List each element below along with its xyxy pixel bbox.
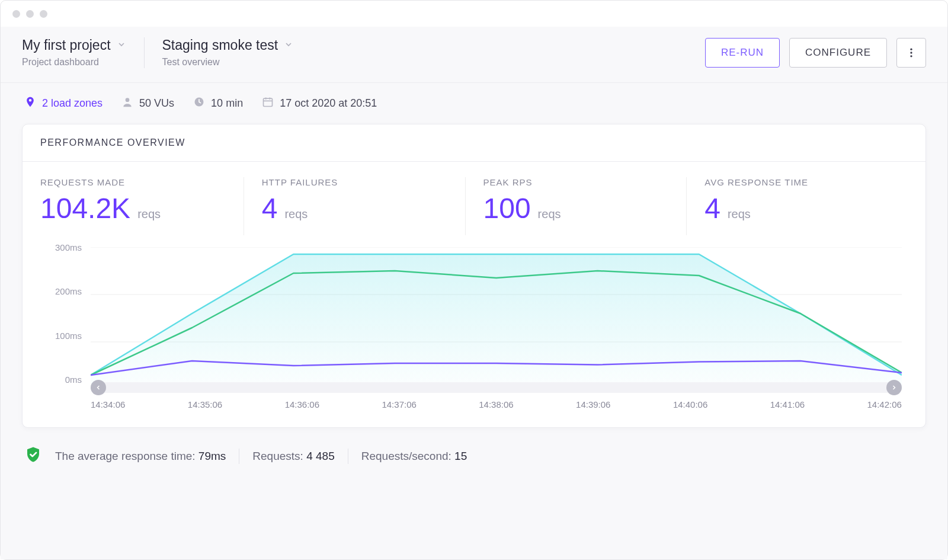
requests-value: 4 485: [306, 450, 335, 462]
x-tick: 14:36:06: [285, 399, 319, 409]
datetime-meta: 17 oct 2020 at 20:51: [262, 96, 377, 111]
metric-requests-made: REQUESTS MADE 104.2K reqs: [40, 177, 244, 235]
chart-plot[interactable]: [91, 247, 902, 389]
metrics-row: REQUESTS MADE 104.2K reqs HTTP FAILURES …: [23, 162, 925, 241]
traffic-dot: [12, 10, 20, 18]
svg-marker-13: [91, 254, 902, 389]
duration-label: 10 min: [211, 97, 243, 110]
page-header: My first project Project dashboard Stagi…: [1, 27, 947, 83]
metric-unit: reqs: [137, 207, 161, 221]
vus-label: 50 VUs: [139, 97, 174, 110]
divider: [144, 37, 145, 68]
test-title: Staging smoke test: [162, 37, 278, 53]
rps-label: Requests/second:: [361, 450, 451, 462]
test-selector[interactable]: Staging smoke test: [162, 37, 294, 53]
metric-label: PEAK RPS: [483, 177, 669, 187]
test-subtitle: Test overview: [162, 57, 294, 68]
x-tick: 14:40:06: [673, 399, 707, 409]
chevron-right-icon: [891, 384, 898, 391]
x-tick: 14:42:06: [867, 399, 902, 409]
avg-rt-value: 79ms: [198, 450, 226, 462]
x-tick: 14:38:06: [479, 399, 513, 409]
y-tick: 0ms: [40, 375, 82, 385]
svg-point-1: [910, 52, 912, 53]
divider: [348, 449, 348, 464]
vus-meta: 50 VUs: [121, 96, 174, 111]
x-tick: 14:39:06: [576, 399, 610, 409]
metric-peak-rps: PEAK RPS 100 reqs: [466, 177, 687, 235]
traffic-dot: [40, 10, 47, 18]
duration-meta: 10 min: [193, 96, 243, 111]
divider: [239, 449, 239, 464]
svg-point-0: [910, 49, 912, 50]
performance-card: PERFORMANCE OVERVIEW REQUESTS MADE 104.2…: [22, 124, 926, 428]
load-zones-link[interactable]: 2 load zones: [24, 96, 103, 111]
chart-x-axis: 14:34:0614:35:0614:36:0614:37:0614:38:06…: [91, 395, 902, 413]
pin-icon: [24, 96, 36, 111]
metric-avg-response-time: AVG RESPONSE TIME 4 reqs: [687, 177, 908, 235]
dots-vertical-icon: [905, 47, 917, 59]
svg-point-2: [910, 55, 912, 57]
y-tick: 300ms: [40, 242, 82, 252]
scrub-handle-right[interactable]: [886, 380, 902, 395]
chevron-down-icon: [117, 40, 126, 52]
x-tick: 14:41:06: [770, 399, 805, 409]
requests-label: Requests:: [252, 450, 303, 462]
svg-rect-5: [264, 98, 273, 106]
chart-container: 300ms 200ms 100ms 0ms: [23, 241, 925, 427]
x-tick: 14:35:06: [188, 399, 222, 409]
metric-value: 4: [262, 192, 278, 225]
x-tick: 14:37:06: [382, 399, 416, 409]
clock-icon: [193, 96, 205, 111]
metric-http-failures: HTTP FAILURES 4 reqs: [244, 177, 466, 235]
metric-value: 4: [704, 192, 720, 225]
metric-unit: reqs: [284, 207, 308, 221]
shield-check-icon: [24, 446, 42, 466]
avg-rt-label: The average response time:: [55, 450, 196, 462]
svg-point-3: [126, 98, 130, 102]
metric-value: 100: [483, 192, 531, 225]
more-menu-button[interactable]: [896, 38, 926, 68]
summary-footer: The average response time: 79ms Requests…: [1, 439, 947, 477]
chart-y-axis: 300ms 200ms 100ms 0ms: [40, 247, 88, 389]
metric-value: 104.2K: [40, 192, 130, 225]
metric-label: REQUESTS MADE: [40, 177, 226, 187]
test-meta-row: 2 load zones 50 VUs 10 min 17 oct 2020 a…: [1, 83, 947, 124]
configure-button[interactable]: CONFIGURE: [789, 38, 887, 68]
metric-unit: reqs: [538, 207, 561, 221]
chevron-left-icon: [95, 384, 102, 391]
traffic-dot: [26, 10, 34, 18]
load-zones-label: 2 load zones: [42, 97, 103, 110]
calendar-icon: [262, 96, 274, 111]
window-titlebar: [1, 1, 947, 27]
chart-scrubber[interactable]: [91, 382, 902, 393]
user-icon: [121, 96, 133, 111]
x-tick: 14:34:06: [91, 399, 125, 409]
app-window: My first project Project dashboard Stagi…: [0, 0, 948, 560]
datetime-label: 17 oct 2020 at 20:51: [280, 97, 377, 110]
metric-unit: reqs: [728, 207, 751, 221]
project-title: My first project: [22, 37, 111, 53]
rerun-button[interactable]: RE-RUN: [705, 38, 780, 68]
y-tick: 200ms: [40, 286, 82, 296]
project-selector[interactable]: My first project: [22, 37, 126, 53]
chevron-down-icon: [284, 40, 293, 52]
metric-label: HTTP FAILURES: [262, 177, 447, 187]
project-subtitle: Project dashboard: [22, 57, 126, 68]
card-title: PERFORMANCE OVERVIEW: [23, 124, 925, 162]
metric-label: AVG RESPONSE TIME: [704, 177, 890, 187]
scrub-handle-left[interactable]: [91, 380, 106, 395]
rps-value: 15: [454, 450, 467, 462]
y-tick: 100ms: [40, 331, 82, 341]
